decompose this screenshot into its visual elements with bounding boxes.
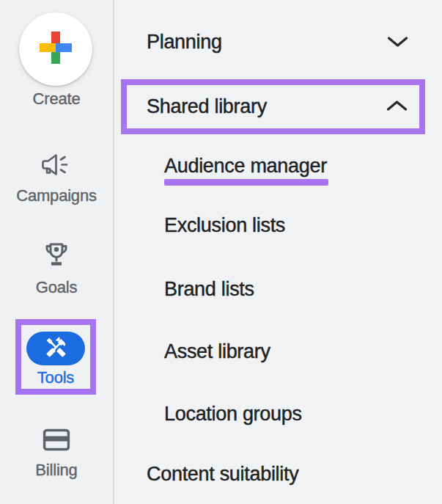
left-nav-rail: Create Campaigns Goals — [0, 0, 114, 504]
google-plus-icon — [39, 31, 73, 67]
chevron-up-icon[interactable] — [386, 100, 408, 114]
menu-item-shared-library[interactable]: Shared library — [127, 85, 419, 128]
shared-library-label: Shared library — [147, 95, 267, 118]
menu-item-exclusion-lists[interactable]: Exclusion lists — [164, 214, 285, 237]
chevron-down-icon[interactable] — [387, 36, 408, 51]
goals-nav-item[interactable] — [45, 241, 68, 276]
menu-item-content-suitability[interactable]: Content suitability — [147, 463, 298, 486]
menu-item-planning[interactable]: Planning — [147, 31, 222, 54]
tools-nav-item[interactable] — [26, 332, 85, 365]
megaphone-icon — [42, 167, 72, 180]
annotation-box-shared-library: Shared library — [121, 79, 425, 134]
menu-item-audience-manager[interactable]: Audience manager — [164, 155, 327, 178]
menu-item-brand-lists[interactable]: Brand lists — [164, 278, 254, 301]
goals-label: Goals — [0, 278, 113, 297]
campaigns-nav-item[interactable] — [42, 153, 72, 180]
create-button[interactable] — [19, 12, 92, 86]
billing-label: Billing — [0, 461, 113, 480]
tools-label: Tools — [37, 368, 74, 387]
campaigns-label: Campaigns — [0, 186, 113, 205]
trophy-icon — [45, 263, 68, 275]
create-label: Create — [0, 90, 113, 109]
annotation-underline-audience-manager — [164, 179, 328, 186]
credit-card-icon — [43, 441, 70, 453]
menu-item-location-groups[interactable]: Location groups — [164, 403, 302, 426]
menu-item-asset-library[interactable]: Asset library — [164, 340, 270, 363]
annotation-box-tools: Tools — [15, 319, 96, 395]
hammer-wrench-icon — [45, 336, 67, 362]
billing-nav-item[interactable] — [43, 428, 70, 454]
